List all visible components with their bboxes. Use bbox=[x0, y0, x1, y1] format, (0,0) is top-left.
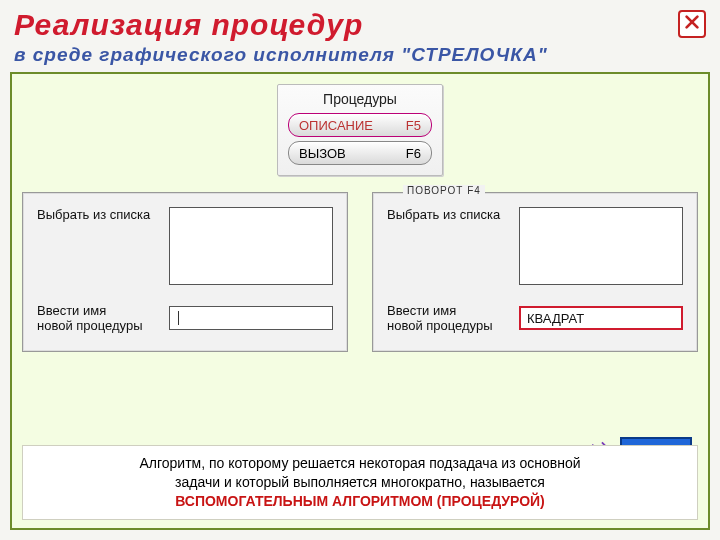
slide-subtitle: в среде графического исполнителя "СТРЕЛО… bbox=[14, 44, 706, 66]
right-dialog-fragment: ПОВОРОТ F4 bbox=[403, 185, 485, 196]
left-select-label: Выбрать из списка bbox=[37, 207, 157, 222]
call-key: F6 bbox=[406, 146, 421, 161]
left-listbox[interactable] bbox=[169, 207, 333, 285]
procedures-panel: Процедуры ОПИСАНИЕ F5 ВЫЗОВ F6 bbox=[277, 84, 443, 176]
describe-button[interactable]: ОПИСАНИЕ F5 bbox=[288, 113, 432, 137]
definition-line-1: Алгоритм, по которому решается некоторая… bbox=[139, 455, 580, 471]
left-name-label-1: Ввести имя bbox=[37, 303, 106, 318]
close-button[interactable] bbox=[678, 10, 706, 38]
definition-box: Алгоритм, по которому решается некоторая… bbox=[22, 445, 698, 520]
call-button[interactable]: ВЫЗОВ F6 bbox=[288, 141, 432, 165]
right-name-value: КВАДРАТ bbox=[527, 311, 584, 326]
right-name-label-2: новой процедуры bbox=[387, 318, 493, 333]
left-name-label: Ввести имя новой процедуры bbox=[37, 303, 157, 333]
right-listbox[interactable] bbox=[519, 207, 683, 285]
slide-title: Реализация процедур bbox=[14, 8, 706, 42]
describe-label: ОПИСАНИЕ bbox=[299, 118, 373, 133]
right-name-input[interactable]: КВАДРАТ bbox=[519, 306, 683, 330]
dialog-pair: Выбрать из списка Ввести имя новой проце… bbox=[22, 192, 698, 352]
text-cursor-icon bbox=[178, 311, 179, 325]
call-label: ВЫЗОВ bbox=[299, 146, 346, 161]
procedures-title: Процедуры bbox=[288, 91, 432, 107]
close-icon bbox=[683, 13, 701, 35]
describe-key: F5 bbox=[406, 118, 421, 133]
right-dialog: ПОВОРОТ F4 Выбрать из списка Ввести имя … bbox=[372, 192, 698, 352]
left-dialog: Выбрать из списка Ввести имя новой проце… bbox=[22, 192, 348, 352]
right-name-label: Ввести имя новой процедуры bbox=[387, 303, 507, 333]
definition-line-3: ВСПОМОГАТЕЛЬНЫМ АЛГОРИТМОМ (ПРОЦЕДУРОЙ) bbox=[175, 493, 545, 509]
slide-header: Реализация процедур в среде графического… bbox=[0, 0, 720, 68]
right-name-label-1: Ввести имя bbox=[387, 303, 456, 318]
content-stage: Процедуры ОПИСАНИЕ F5 ВЫЗОВ F6 Выбрать и… bbox=[10, 72, 710, 530]
definition-line-2: задачи и который выполняется многократно… bbox=[175, 474, 545, 490]
right-select-label: Выбрать из списка bbox=[387, 207, 507, 222]
left-name-label-2: новой процедуры bbox=[37, 318, 143, 333]
left-name-input[interactable] bbox=[169, 306, 333, 330]
